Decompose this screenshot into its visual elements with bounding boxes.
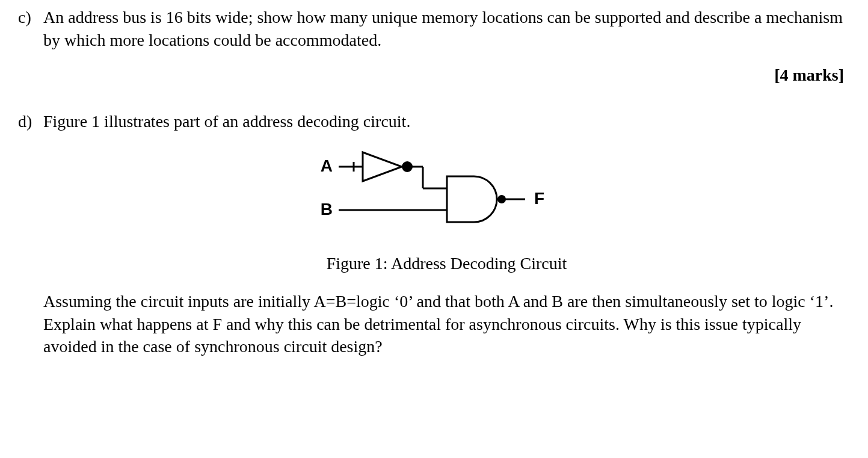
question-d-intro: Figure 1 illustrates part of an address … <box>43 112 410 131</box>
question-c: c) An address bus is 16 bits wide; show … <box>18 6 850 52</box>
question-c-body: An address bus is 16 bits wide; show how… <box>43 6 850 52</box>
question-c-label: c) <box>18 6 43 52</box>
figure-1: A B <box>43 145 850 275</box>
circuit-diagram-icon: A B <box>318 145 576 241</box>
output-f-label: F <box>534 189 544 208</box>
question-c-text: An address bus is 16 bits wide; show how… <box>43 8 843 49</box>
and-gate-icon <box>447 176 497 222</box>
question-c-marks: [4 marks] <box>18 64 850 87</box>
not-bubble-icon <box>402 162 412 172</box>
question-d: d) Figure 1 illustrates part of an addre… <box>18 110 850 358</box>
question-d-label: d) <box>18 110 43 358</box>
input-b-label: B <box>320 200 332 218</box>
question-d-body: Figure 1 illustrates part of an address … <box>43 110 850 358</box>
question-d-text: Assuming the circuit inputs are initiall… <box>43 290 850 358</box>
not-gate-icon <box>363 152 402 181</box>
figure-1-caption: Figure 1: Address Decoding Circuit <box>43 252 850 275</box>
input-a-label: A <box>320 156 332 175</box>
exam-page: c) An address bus is 16 bits wide; show … <box>0 0 868 376</box>
